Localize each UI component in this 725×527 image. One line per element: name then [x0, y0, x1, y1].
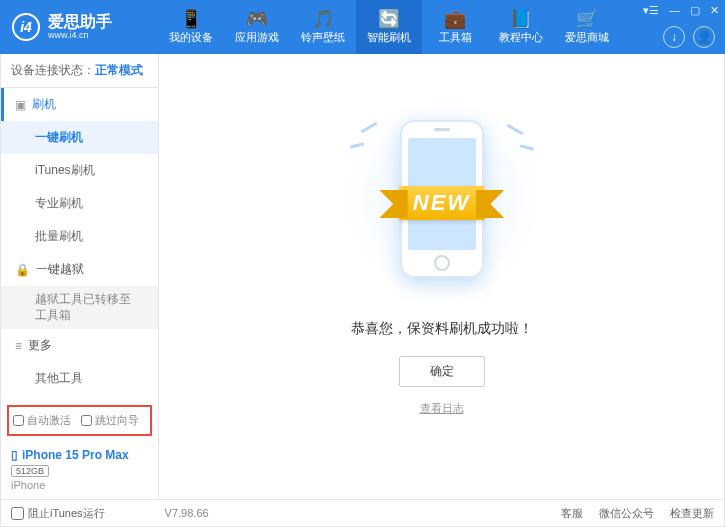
auto-activate-checkbox[interactable]	[13, 415, 24, 426]
menu-batch-flash[interactable]: 批量刷机	[1, 220, 158, 253]
nav-tutorials[interactable]: 📘教程中心	[488, 0, 554, 54]
flash-icon: 🔄	[378, 10, 400, 28]
menu-group-flash[interactable]: ▣刷机	[1, 88, 158, 121]
window-controls: ▾☰ — ▢ ✕	[643, 4, 719, 17]
title-bar: i4 爱思助手 www.i4.cn 📱我的设备 🎮应用游戏 🎵铃声壁纸 🔄智能刷…	[0, 0, 725, 54]
menu-pro-flash[interactable]: 专业刷机	[1, 187, 158, 220]
menu-group-more[interactable]: ≡更多	[1, 329, 158, 362]
nav-my-device[interactable]: 📱我的设备	[158, 0, 224, 54]
device-status: 设备连接状态：正常模式	[1, 54, 158, 88]
menu-jailbreak-note[interactable]: 越狱工具已转移至 工具箱	[1, 286, 158, 329]
logo-icon: i4	[12, 13, 40, 41]
skip-guide-checkbox[interactable]	[81, 415, 92, 426]
footer-check-update[interactable]: 检查更新	[670, 506, 714, 521]
app-subtitle: www.i4.cn	[48, 30, 112, 40]
footer: 阻止iTunes运行 V7.98.66 客服 微信公众号 检查更新	[0, 499, 725, 527]
lock-icon: 🔒	[15, 263, 30, 277]
app-title: 爱思助手	[48, 14, 112, 30]
close-icon[interactable]: ✕	[710, 4, 719, 17]
ringtone-icon: 🎵	[312, 10, 334, 28]
success-message: 恭喜您，保资料刷机成功啦！	[351, 320, 533, 338]
device-info: ▯iPhone 15 Pro Max 512GB iPhone	[1, 442, 158, 499]
block-itunes-option[interactable]: 阻止iTunes运行	[11, 506, 105, 521]
sidebar: 设备连接状态：正常模式 ▣刷机 一键刷机 iTunes刷机 专业刷机 批量刷机 …	[1, 54, 159, 499]
block-itunes-checkbox[interactable]	[11, 507, 24, 520]
version-label: V7.98.66	[165, 507, 209, 519]
minimize-icon[interactable]: —	[669, 4, 680, 17]
top-nav: 📱我的设备 🎮应用游戏 🎵铃声壁纸 🔄智能刷机 💼工具箱 📘教程中心 🛒爱思商城	[158, 0, 620, 54]
app-logo: i4 爱思助手 www.i4.cn	[0, 13, 158, 41]
device-icon: 📱	[180, 10, 202, 28]
more-icon: ≡	[15, 339, 22, 353]
options-box: 自动激活 跳过向导	[7, 405, 152, 436]
menu-group-jailbreak[interactable]: 🔒一键越狱	[1, 253, 158, 286]
device-name: iPhone 15 Pro Max	[22, 448, 129, 462]
nav-ringtone-wallpaper[interactable]: 🎵铃声壁纸	[290, 0, 356, 54]
device-storage: 512GB	[11, 465, 49, 477]
success-illustration: NEW	[332, 94, 552, 304]
nav-toolbox[interactable]: 💼工具箱	[422, 0, 488, 54]
tutorial-icon: 📘	[510, 10, 532, 28]
menu-icon[interactable]: ▾☰	[643, 4, 659, 17]
maximize-icon[interactable]: ▢	[690, 4, 700, 17]
menu-other-tools[interactable]: 其他工具	[1, 362, 158, 395]
device-type: iPhone	[11, 479, 148, 491]
menu-itunes-flash[interactable]: iTunes刷机	[1, 154, 158, 187]
download-button[interactable]: ↓	[663, 26, 685, 48]
user-button[interactable]: 👤	[693, 26, 715, 48]
menu-one-click-flash[interactable]: 一键刷机	[1, 121, 158, 154]
new-ribbon: NEW	[399, 186, 484, 220]
store-icon: 🛒	[576, 10, 598, 28]
opt-skip-guide[interactable]: 跳过向导	[81, 413, 139, 428]
main-content: NEW 恭喜您，保资料刷机成功啦！ 确定 查看日志	[159, 54, 724, 499]
footer-wechat[interactable]: 微信公众号	[599, 506, 654, 521]
toolbox-icon: 💼	[444, 10, 466, 28]
phone-icon: ▯	[11, 448, 18, 462]
nav-smart-flash[interactable]: 🔄智能刷机	[356, 0, 422, 54]
flash-group-icon: ▣	[15, 98, 26, 112]
view-log-link[interactable]: 查看日志	[420, 401, 464, 416]
nav-store[interactable]: 🛒爱思商城	[554, 0, 620, 54]
menu-download-firmware[interactable]: 下载固件	[1, 395, 158, 401]
ok-button[interactable]: 确定	[399, 356, 485, 387]
nav-apps-games[interactable]: 🎮应用游戏	[224, 0, 290, 54]
footer-support[interactable]: 客服	[561, 506, 583, 521]
opt-auto-activate[interactable]: 自动激活	[13, 413, 71, 428]
apps-icon: 🎮	[246, 10, 268, 28]
